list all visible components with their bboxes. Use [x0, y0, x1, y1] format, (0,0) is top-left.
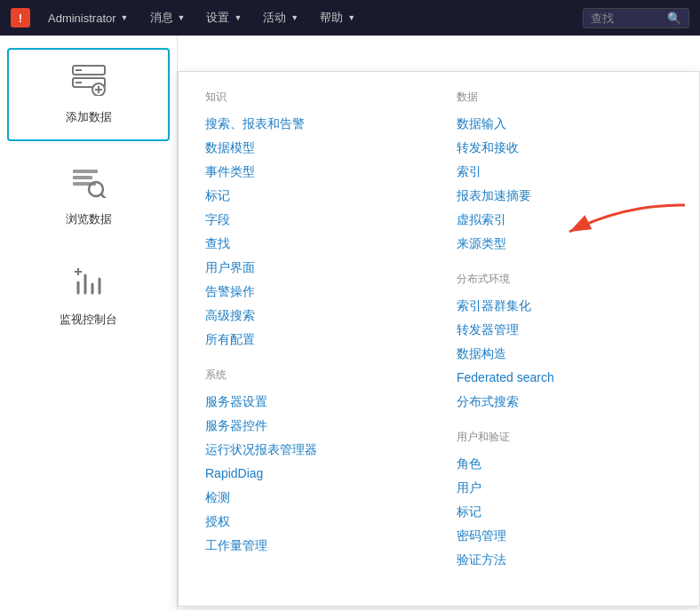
nav-settings[interactable]: 设置 ▼ — [197, 4, 251, 31]
svg-line-11 — [101, 194, 106, 198]
link-server-settings[interactable]: 服务器设置 — [205, 390, 421, 414]
link-rapiddiag[interactable]: RapidDiag — [205, 462, 421, 486]
sidebar-item-add-data[interactable]: 添加数据 — [7, 48, 170, 141]
link-distributed-search[interactable]: 分布式搜索 — [457, 390, 672, 414]
section-data: 数据 数据输入 转发和接收 索引 报表加速摘要 虚拟索引 来源类型 — [457, 90, 672, 256]
link-data-input[interactable]: 数据输入 — [457, 112, 672, 136]
nav-messages[interactable]: 消息 ▼ — [141, 4, 195, 31]
link-detect[interactable]: 检测 — [205, 486, 421, 510]
sidebar-item-monitor[interactable]: 监视控制台 — [7, 252, 170, 342]
search-icon: 🔍 — [667, 12, 681, 25]
monitor-icon — [71, 266, 107, 305]
settings-caret: ▼ — [234, 13, 242, 22]
section-knowledge-title: 知识 — [205, 90, 421, 105]
browse-data-icon — [71, 166, 107, 204]
link-report-summary[interactable]: 报表加速摘要 — [457, 184, 672, 208]
link-user-interface[interactable]: 用户界面 — [205, 256, 421, 280]
link-health-report[interactable]: 运行状况报表管理器 — [205, 438, 421, 462]
navbar: ! Administrator ▼ 消息 ▼ 设置 ▼ 活动 ▼ 帮助 ▼ 🔍 — [0, 0, 700, 36]
svg-rect-8 — [73, 176, 92, 179]
settings-dropdown: 知识 搜索、报表和告警 数据模型 事件类型 标记 字段 查找 用户界面 告警操作… — [178, 71, 700, 606]
link-tokens[interactable]: 标记 — [457, 500, 672, 524]
link-lookup[interactable]: 查找 — [205, 232, 421, 256]
link-virtual-index[interactable]: 虚拟索引 — [457, 208, 672, 232]
link-password-mgmt[interactable]: 密码管理 — [457, 524, 672, 548]
section-distributed-title: 分布式环境 — [457, 272, 672, 287]
link-tags[interactable]: 标记 — [205, 184, 421, 208]
app-logo[interactable]: ! — [11, 8, 30, 28]
link-all-configs[interactable]: 所有配置 — [205, 328, 421, 352]
link-search-reports-alerts[interactable]: 搜索、报表和告警 — [205, 112, 421, 136]
link-federated-search[interactable]: Federated search — [457, 366, 672, 390]
link-data-fabric[interactable]: 数据构造 — [457, 342, 672, 366]
link-alert-actions[interactable]: 告警操作 — [205, 280, 421, 304]
link-index[interactable]: 索引 — [457, 160, 672, 184]
sidebar: 添加数据 浏览数据 — [0, 36, 178, 610]
sidebar-label-monitor: 监视控制台 — [60, 312, 117, 328]
link-event-type[interactable]: 事件类型 — [205, 160, 421, 184]
section-distributed: 分布式环境 索引器群集化 转发器管理 数据构造 Federated search… — [457, 272, 672, 414]
section-users-auth: 用户和验证 角色 用户 标记 密码管理 验证方法 — [457, 430, 672, 572]
sidebar-item-browse-data[interactable]: 浏览数据 — [7, 152, 170, 242]
add-data-icon — [71, 64, 107, 102]
link-roles[interactable]: 角色 — [457, 452, 672, 476]
link-auth-method[interactable]: 验证方法 — [457, 548, 672, 572]
link-fields[interactable]: 字段 — [205, 208, 421, 232]
administrator-caret: ▼ — [121, 13, 129, 22]
dropdown-right-column: 数据 数据输入 转发和接收 索引 报表加速摘要 虚拟索引 来源类型 分布式环境 … — [457, 90, 672, 588]
link-data-model[interactable]: 数据模型 — [205, 136, 421, 160]
messages-caret: ▼ — [178, 13, 186, 22]
nav-administrator[interactable]: Administrator ▼ — [39, 6, 138, 30]
section-data-title: 数据 — [457, 90, 672, 105]
section-system: 系统 服务器设置 服务器控件 运行状况报表管理器 RapidDiag 检测 授权… — [205, 368, 421, 558]
search-input[interactable] — [591, 12, 662, 25]
search-box[interactable]: 🔍 — [583, 8, 689, 28]
svg-rect-7 — [73, 170, 98, 173]
link-source-type[interactable]: 来源类型 — [457, 232, 672, 256]
help-caret: ▼ — [347, 13, 355, 22]
link-auth[interactable]: 授权 — [205, 510, 421, 534]
link-forwarder-mgmt[interactable]: 转发器管理 — [457, 318, 672, 342]
dropdown-left-column: 知识 搜索、报表和告警 数据模型 事件类型 标记 字段 查找 用户界面 告警操作… — [205, 90, 421, 588]
link-users[interactable]: 用户 — [457, 476, 672, 500]
nav-activity[interactable]: 活动 ▼ — [254, 4, 307, 31]
link-forwarding[interactable]: 转发和接收 — [457, 136, 672, 160]
activity-caret: ▼ — [290, 13, 298, 22]
link-indexer-cluster[interactable]: 索引器群集化 — [457, 294, 672, 318]
main-area: 添加数据 浏览数据 — [0, 36, 700, 610]
nav-help[interactable]: 帮助 ▼ — [311, 4, 364, 31]
link-workload[interactable]: 工作量管理 — [205, 534, 421, 558]
link-advanced-search[interactable]: 高级搜索 — [205, 304, 421, 328]
section-knowledge: 知识 搜索、报表和告警 数据模型 事件类型 标记 字段 查找 用户界面 告警操作… — [205, 90, 421, 352]
link-server-controls[interactable]: 服务器控件 — [205, 414, 421, 438]
sidebar-label-add-data: 添加数据 — [66, 109, 112, 125]
section-system-title: 系统 — [205, 368, 421, 383]
sidebar-label-browse-data: 浏览数据 — [66, 211, 112, 227]
section-users-auth-title: 用户和验证 — [457, 430, 672, 445]
